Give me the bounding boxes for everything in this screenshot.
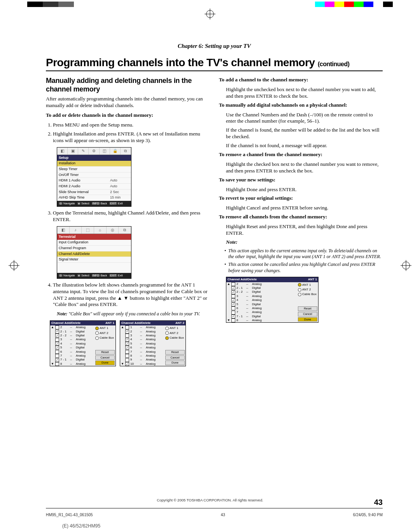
left-column: Manually adding and deleting channels in… xyxy=(46,77,210,366)
manual-page: Chapter 6: Setting up your TV Programmin… xyxy=(0,0,420,531)
remove-heading: To remove a channel from the channel mem… xyxy=(219,151,322,157)
channel-list-big: Channel Add/DeleteANT 1▲2--Analog✓2 - 1-… xyxy=(226,277,318,323)
remove-all-heading: To remove all channels from the channel … xyxy=(219,214,327,220)
chapter-heading: Chapter 6: Setting up your TV xyxy=(46,43,383,49)
subch-body2: If the channel is found, the number will… xyxy=(226,127,383,140)
note-2: This action cannot be cancelled unless y… xyxy=(224,262,383,274)
title-main: Programming channels into the TV's chann… xyxy=(46,56,318,69)
section-heading: Manually adding and deleting channels in… xyxy=(46,77,210,93)
subch-body3: If the channel is not found, a message w… xyxy=(226,142,383,149)
step-1: Press MENU and open the Setup menu. xyxy=(53,122,210,128)
add-body: Highlight the unchecked box next to the … xyxy=(226,86,383,100)
title-continued: (continued) xyxy=(318,61,350,67)
add-heading: To add a channel to the channel memory: xyxy=(219,77,308,83)
osd-terrestrial-screenshot: ◧♪⬚⌂◎⧉ Terrestrial Input ConfigurationCh… xyxy=(57,226,131,279)
intro-para: After automatically programming channels… xyxy=(46,96,210,109)
note-1: This action applies to the current anten… xyxy=(224,248,383,260)
subch-heading: To manually add digital subchannels on a… xyxy=(219,102,347,108)
osd-setup-title: Setup xyxy=(57,155,131,161)
revert-heading: To revert to your original settings: xyxy=(219,195,293,201)
step-4: The illustration below left shows channe… xyxy=(53,282,210,308)
footer-rule xyxy=(46,508,383,508)
registration-mark-left xyxy=(9,260,19,271)
osd-setup-screenshot: ◧▣✎⚙◫🔒⧉ Setup InstallationSleep TimerOn/… xyxy=(57,147,131,207)
procedure-steps: Press MENU and open the Setup menu. High… xyxy=(53,122,210,144)
page-content: Chapter 6: Setting up your TV Programmin… xyxy=(46,43,383,504)
footer-info: HM95_R1_041-43_061505 43 6/24/05, 9:40 P… xyxy=(46,513,383,517)
copyright-line: Copyright © 2005 TOSHIBA CORPORATION. Al… xyxy=(0,498,420,502)
page-number: 43 xyxy=(374,498,383,507)
footer-doc-id: HM95_R1_041-43_061505 xyxy=(46,513,93,517)
save-body: Highlight Done and press ENTER. xyxy=(226,186,383,193)
osd-terr-title: Terrestrial xyxy=(57,234,131,240)
save-heading: To save your new settings: xyxy=(219,177,275,183)
remove-all-body: Highlight Reset and press ENTER, and the… xyxy=(226,223,383,237)
model-number: (E) 46/52/62HM95 xyxy=(62,523,100,529)
page-title: Programming channels into the TV's chann… xyxy=(46,56,383,71)
channel-list-ant2: Channel Add/DeleteANT 2▲1--Analog✓2--Ana… xyxy=(120,320,186,366)
procedure-steps-cont2: The illustration below left shows channe… xyxy=(53,282,210,308)
cable-box-note: Note: "Cable Box" will appear only if yo… xyxy=(57,311,210,317)
channel-tables-row: Channel Add/DeleteANT 1▲2--Analog✓2 - 1-… xyxy=(50,320,210,366)
print-color-bars xyxy=(0,2,420,7)
footer-date: 6/24/05, 9:40 PM xyxy=(353,513,383,517)
remove-body: Highlight the checked box next to the ch… xyxy=(226,161,383,174)
procedure-heading: To add or delete channels in the channel… xyxy=(46,112,210,119)
channel-list-ant1: Channel Add/DeleteANT 1▲2--Analog✓2 - 1-… xyxy=(50,320,116,366)
footer-page: 43 xyxy=(221,513,225,517)
revert-body: Highlight Cancel and press ENTER before … xyxy=(226,205,383,211)
registration-mark-right xyxy=(401,260,411,271)
registration-mark-top xyxy=(205,9,215,19)
subch-body1: Use the Channel Numbers and the Dash (–/… xyxy=(226,112,383,125)
right-column: To add a channel to the channel memory: … xyxy=(219,77,383,366)
procedure-steps-cont: Open the Terrestrial menu, highlight Cha… xyxy=(53,210,210,223)
step-2: Highlight Installation and press ENTER. … xyxy=(53,131,210,144)
note-label: Note: xyxy=(226,239,238,245)
step-3: Open the Terrestrial menu, highlight Cha… xyxy=(53,210,210,223)
note-bullets: This action applies to the current anten… xyxy=(224,248,383,274)
